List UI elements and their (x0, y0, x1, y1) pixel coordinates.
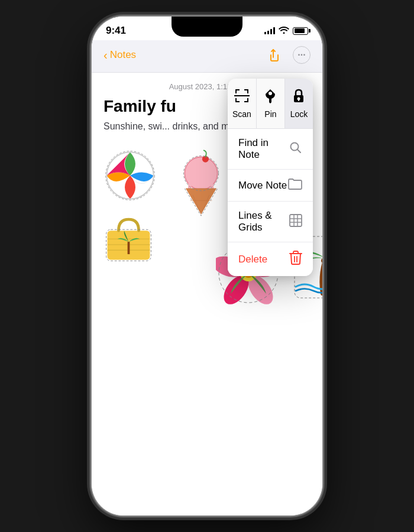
pin-button[interactable]: Pin (257, 79, 285, 128)
phone-frame: 9:41 (92, 17, 322, 515)
find-in-note-button[interactable]: Find in Note (228, 129, 313, 170)
menu-overlay: Scan Pin (92, 17, 322, 515)
grid-icon (289, 214, 302, 230)
svg-rect-38 (247, 98, 248, 102)
context-menu: Scan Pin (228, 79, 313, 276)
svg-rect-43 (298, 99, 299, 101)
move-note-label: Move Note (238, 180, 287, 192)
svg-rect-39 (234, 95, 250, 96)
menu-top-row: Scan Pin (228, 79, 313, 129)
lock-button[interactable]: Lock (285, 79, 313, 128)
delete-label: Delete (238, 254, 267, 265)
svg-rect-45 (290, 215, 302, 226)
move-note-button[interactable]: Move Note (228, 170, 313, 202)
folder-icon (288, 178, 302, 193)
pin-icon (264, 88, 277, 106)
pin-label: Pin (264, 109, 276, 119)
lock-label: Lock (290, 109, 308, 119)
lock-icon (292, 88, 305, 106)
find-in-note-label: Find in Note (238, 137, 289, 161)
scan-icon (234, 88, 250, 106)
delete-button[interactable]: Delete (228, 242, 313, 276)
search-icon (289, 141, 302, 157)
svg-rect-34 (247, 89, 248, 93)
trash-icon (289, 251, 302, 268)
scan-button[interactable]: Scan (228, 79, 257, 128)
screen-content: 9:41 (92, 17, 322, 515)
svg-rect-36 (235, 98, 237, 102)
scan-label: Scan (232, 109, 251, 119)
svg-rect-32 (235, 89, 237, 93)
lines-grids-label: Lines & Grids (238, 210, 289, 233)
svg-point-40 (269, 92, 272, 95)
lines-grids-button[interactable]: Lines & Grids (228, 202, 313, 242)
